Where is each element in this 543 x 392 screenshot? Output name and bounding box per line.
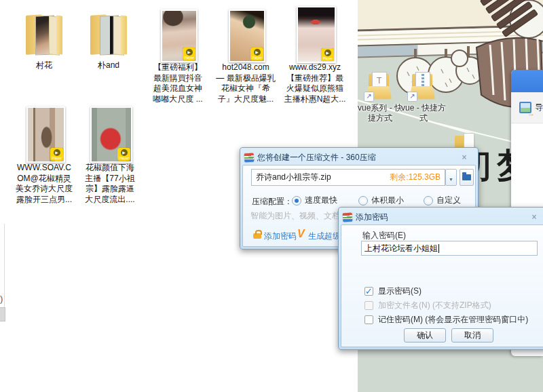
folder-front-flap [56, 15, 62, 54]
background-scrollbar-fragment[interactable] [0, 307, 5, 321]
password-dialog-title: 添加密码 [356, 212, 388, 223]
checkbox-label: 记住密码(M) (将会显示在管理密码窗口中) [378, 314, 528, 326]
player-badge: Player [250, 47, 263, 60]
password-value: 上村花论坛看小姐姐 [364, 243, 438, 254]
background-artifact-text: ) [0, 294, 3, 304]
zip-dialog-title: 您将创建一个压缩文件 - 360压缩 [257, 152, 376, 163]
background-window-edge [4, 224, 5, 321]
password-input-label: 输入密码(E) [362, 230, 406, 241]
player-badge: Player [321, 48, 334, 61]
desktop-video-5[interactable]: Player [90, 106, 132, 163]
shortcut-vue-series[interactable] [366, 72, 392, 100]
desktop-label[interactable]: 村花 [9, 60, 79, 71]
desktop-video-2[interactable]: Player [229, 9, 265, 62]
shortcut-arrow-icon [407, 92, 417, 102]
radio-label: 速度最快 [305, 195, 337, 206]
player-badge: Player [50, 148, 63, 161]
radio-label: 体积最小 [371, 195, 404, 206]
radio-custom[interactable]: 自定义 [424, 195, 461, 206]
desktop-label[interactable]: 花椒颜值下海 主播【77小祖 宗】露脸露逼 大尺度流出.... [75, 163, 145, 205]
desktop-screen: 初梦 十木 ) 村花 朴and Player 【重磅福利】 最新購買抖音 超美混… [0, 0, 543, 392]
side-window-titlebar [511, 70, 543, 92]
toolbar-item-label[interactable]: 导 [535, 102, 543, 113]
filename-dropdown-button[interactable] [445, 169, 457, 186]
checkbox-icon [364, 301, 373, 310]
desktop-video-3[interactable]: Player [297, 6, 336, 63]
checkbox-checked-icon [364, 287, 373, 296]
360zip-logo-icon [244, 153, 255, 162]
folder-icon [462, 174, 471, 180]
checkbox-icon [364, 315, 373, 324]
lock-icon [253, 233, 261, 239]
player-badge: Player [183, 47, 195, 60]
browse-folder-button[interactable] [460, 169, 474, 186]
checkbox-remember-password[interactable]: 记住密码(M) (将会显示在管理密码窗口中) [364, 314, 528, 326]
desktop-label[interactable]: hot2048.com — 最新极品爆乳 花椒女神『希 子』大尺度魅... [210, 62, 281, 104]
compress-config-label: 压缩配置： [252, 196, 293, 208]
space-left-badge: 剩余:125.3GB [390, 172, 441, 183]
radio-fastest[interactable]: 速度最快 [292, 195, 337, 206]
shortcut-arrow-icon [364, 92, 374, 102]
checkbox-label: 加密文件名(N) (不支持ZIP格式) [378, 300, 491, 311]
add-password-link[interactable]: 添加密码 [264, 231, 297, 242]
desktop-label[interactable]: WWW.SOAV.C OM@花椒精灵 美女乔诗大尺度 露脸开三点男... [9, 163, 79, 205]
radio-label: 自定义 [436, 195, 461, 206]
checkbox-label: 显示密码(S) [378, 286, 422, 297]
checkbox-show-password[interactable]: 显示密码(S) [364, 286, 422, 297]
desktop-folder-piao-and[interactable] [89, 14, 128, 57]
desktop-video-1[interactable]: Player [161, 9, 198, 62]
desktop-label[interactable]: www.ds29.xyz 【重磅推荐】最 火爆疑似原熊猫 主播朴惠N超大... [280, 62, 350, 104]
shortcut-vue[interactable] [409, 72, 435, 100]
desktop-label[interactable]: 【重磅福利】 最新購買抖音 超美混血女神 嘟嘟大尺度 ... [143, 62, 213, 104]
radio-selected-icon [292, 196, 301, 205]
cancel-button[interactable]: 取消 [451, 328, 493, 342]
player-badge: Player [117, 148, 130, 161]
radio-icon [424, 196, 433, 205]
password-dialog-body: 输入密码(E) 上村花论坛看小姐姐 显示密码(S) 加密文件名(N) (不支持Z… [341, 224, 543, 347]
close-button[interactable] [455, 153, 474, 163]
text-caret [438, 244, 439, 253]
radio-icon [358, 196, 368, 205]
close-button[interactable] [525, 212, 543, 222]
export-image-icon [519, 102, 531, 113]
side-window-toolbar: 导 [511, 92, 543, 123]
desktop-video-4[interactable]: Player [26, 106, 65, 163]
shortcut-label[interactable]: vue系列 - 快 捷方式 [356, 103, 405, 123]
shortcut-label[interactable]: vue - 快捷方 式 [399, 103, 448, 123]
radio-smallest[interactable]: 体积最小 [358, 195, 404, 206]
play-icon [254, 49, 261, 56]
checkbox-encrypt-filenames: 加密文件名(N) (不支持ZIP格式) [364, 300, 491, 311]
password-dialog-titlebar: 添加密码 [341, 210, 543, 224]
play-icon [324, 50, 331, 56]
play-icon [121, 149, 128, 156]
360zip-logo-icon [343, 212, 353, 222]
super-zip-v-icon [297, 228, 305, 240]
chevron-down-icon [449, 172, 453, 184]
password-dialog: 添加密码 输入密码(E) 上村花论坛看小姐姐 显示密码(S) 加密文件名(N) … [338, 207, 543, 350]
play-icon [186, 49, 193, 56]
archive-filename-input[interactable]: 乔诗and小祖宗等.zip 剩余:125.3GB [251, 169, 445, 186]
archive-filename-value: 乔诗and小祖宗等.zip [256, 172, 390, 183]
close-icon [531, 212, 536, 222]
close-icon [462, 153, 466, 162]
desktop-label[interactable]: 朴and [73, 60, 144, 71]
play-icon [54, 149, 60, 156]
desktop-folder-cunhua[interactable] [24, 14, 64, 57]
zip-dialog-titlebar: 您将创建一个压缩文件 - 360压缩 [242, 150, 476, 165]
password-input[interactable]: 上村花论坛看小姐姐 [361, 241, 538, 256]
confirm-button[interactable]: 确认 [404, 328, 446, 342]
folder-front-flap [121, 15, 127, 54]
